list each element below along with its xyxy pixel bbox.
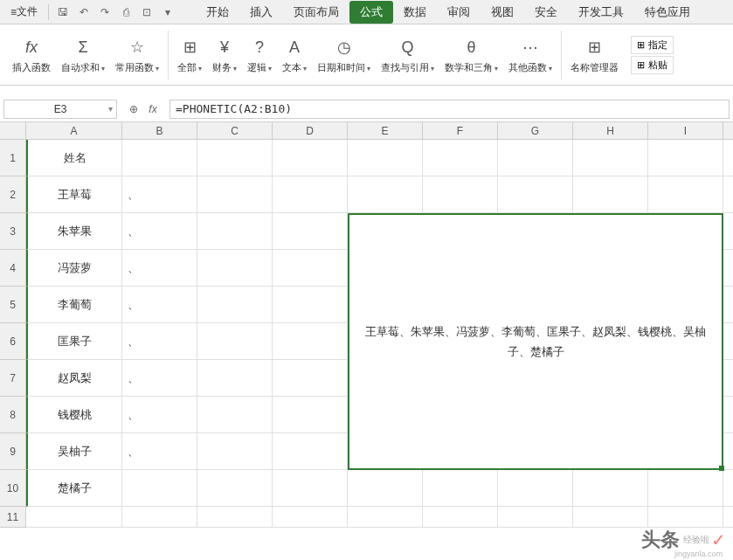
more-icon[interactable]: ▾ bbox=[159, 3, 176, 21]
cell-J9[interactable] bbox=[723, 433, 733, 470]
tab-view[interactable]: 视图 bbox=[481, 1, 524, 24]
cell-J8[interactable] bbox=[723, 397, 733, 433]
row-header-4[interactable]: 4 bbox=[0, 250, 26, 287]
datetime-button[interactable]: ◷ 日期和时间▾ bbox=[312, 33, 376, 76]
cell-D1[interactable] bbox=[273, 140, 348, 176]
cell-D8[interactable] bbox=[273, 397, 348, 433]
row-header-7[interactable]: 7 bbox=[0, 360, 26, 397]
cell-C4[interactable] bbox=[197, 250, 273, 287]
tab-security[interactable]: 安全 bbox=[524, 1, 568, 24]
col-header-D[interactable]: D bbox=[273, 122, 348, 140]
row-header-9[interactable]: 9 bbox=[0, 433, 26, 470]
autosum-button[interactable]: Σ 自动求和▾ bbox=[56, 33, 110, 76]
cell-E11[interactable] bbox=[348, 507, 423, 528]
cell-A1[interactable]: 姓名 bbox=[26, 140, 122, 176]
col-header-I[interactable]: I bbox=[648, 122, 723, 140]
cell-B1[interactable] bbox=[122, 140, 197, 176]
tab-review[interactable]: 审阅 bbox=[437, 1, 481, 24]
cell-reference-box[interactable]: E3 ▾ bbox=[3, 100, 117, 119]
paste-button[interactable]: ⊞ 粘贴 bbox=[631, 56, 674, 74]
cell-C2[interactable] bbox=[197, 176, 273, 213]
cell-E10[interactable] bbox=[348, 470, 423, 507]
tab-data[interactable]: 数据 bbox=[393, 1, 437, 24]
cell-C6[interactable] bbox=[197, 323, 273, 360]
cell-F10[interactable] bbox=[423, 470, 498, 507]
cell-B9[interactable]: 、 bbox=[122, 433, 197, 470]
name-manager-button[interactable]: ⊞ 名称管理器 bbox=[565, 33, 624, 76]
col-header-A[interactable]: A bbox=[26, 122, 122, 140]
cell-B10[interactable] bbox=[122, 470, 197, 507]
cell-H11[interactable] bbox=[573, 507, 648, 528]
redo-icon[interactable]: ↷ bbox=[96, 3, 114, 21]
cell-G11[interactable] bbox=[498, 507, 573, 528]
cell-I1[interactable] bbox=[648, 140, 723, 176]
cell-D10[interactable] bbox=[273, 470, 348, 507]
row-header-10[interactable]: 10 bbox=[0, 470, 26, 507]
row-header-6[interactable]: 6 bbox=[0, 323, 26, 360]
tab-start[interactable]: 开始 bbox=[196, 1, 239, 24]
cell-B6[interactable]: 、 bbox=[122, 323, 197, 360]
print-icon[interactable]: ⎙ bbox=[117, 3, 135, 21]
row-header-8[interactable]: 8 bbox=[0, 397, 26, 433]
insert-function-button[interactable]: fx 插入函数 bbox=[7, 33, 56, 76]
cell-J1[interactable] bbox=[723, 140, 733, 176]
row-header-3[interactable]: 3 bbox=[0, 213, 26, 250]
col-header-C[interactable]: C bbox=[197, 122, 273, 140]
row-header-2[interactable]: 2 bbox=[0, 176, 26, 213]
cell-B7[interactable]: 、 bbox=[122, 360, 197, 397]
cell-D11[interactable] bbox=[273, 507, 348, 528]
cell-J6[interactable] bbox=[723, 323, 733, 360]
cell-F1[interactable] bbox=[423, 140, 498, 176]
cell-J7[interactable] bbox=[723, 360, 733, 397]
cell-D7[interactable] bbox=[273, 360, 348, 397]
col-header-J[interactable]: J bbox=[723, 122, 733, 140]
cell-G2[interactable] bbox=[498, 176, 573, 213]
cell-I2[interactable] bbox=[648, 176, 723, 213]
preview-icon[interactable]: ⊡ bbox=[138, 3, 156, 21]
tab-formula[interactable]: 公式 bbox=[349, 1, 393, 24]
cell-F11[interactable] bbox=[423, 507, 498, 528]
financial-button[interactable]: ¥ 财务▾ bbox=[207, 33, 242, 76]
select-all-corner[interactable] bbox=[0, 122, 26, 140]
cells-area[interactable]: 姓名 王草莓 、 朱苹果 、 bbox=[26, 140, 733, 528]
all-functions-button[interactable]: ⊞ 全部▾ bbox=[172, 33, 207, 76]
cell-A10[interactable]: 楚橘子 bbox=[26, 470, 122, 507]
cell-C11[interactable] bbox=[197, 507, 273, 528]
cell-J3[interactable] bbox=[723, 213, 733, 250]
cell-A6[interactable]: 匡果子 bbox=[26, 323, 122, 360]
merged-result-cell[interactable]: 王草莓、朱苹果、冯菠萝、李葡萄、匡果子、赵凤梨、钱樱桃、吴柚子、楚橘子 bbox=[348, 213, 723, 470]
cell-C8[interactable] bbox=[197, 397, 273, 433]
cell-D5[interactable] bbox=[273, 287, 348, 323]
cell-J10[interactable] bbox=[723, 470, 733, 507]
cell-J5[interactable] bbox=[723, 287, 733, 323]
cell-C1[interactable] bbox=[197, 140, 273, 176]
cell-H10[interactable] bbox=[573, 470, 648, 507]
undo-icon[interactable]: ↶ bbox=[75, 3, 93, 21]
row-header-11[interactable]: 11 bbox=[0, 507, 26, 528]
cell-A2[interactable]: 王草莓 bbox=[26, 176, 122, 213]
cell-B5[interactable]: 、 bbox=[122, 287, 197, 323]
cell-F2[interactable] bbox=[423, 176, 498, 213]
common-functions-button[interactable]: ☆ 常用函数▾ bbox=[110, 33, 164, 76]
cell-J2[interactable] bbox=[723, 176, 733, 213]
cell-E1[interactable] bbox=[348, 140, 423, 176]
cell-E2[interactable] bbox=[348, 176, 423, 213]
lookup-button[interactable]: Q 查找与引用▾ bbox=[376, 33, 439, 76]
cell-A7[interactable]: 赵凤梨 bbox=[26, 360, 122, 397]
cell-C10[interactable] bbox=[197, 470, 273, 507]
cell-A8[interactable]: 钱樱桃 bbox=[26, 397, 122, 433]
cell-B11[interactable] bbox=[122, 507, 197, 528]
tab-special[interactable]: 特色应用 bbox=[634, 1, 701, 24]
cell-D4[interactable] bbox=[273, 250, 348, 287]
cell-B3[interactable]: 、 bbox=[122, 213, 197, 250]
cell-D2[interactable] bbox=[273, 176, 348, 213]
cell-H2[interactable] bbox=[573, 176, 648, 213]
col-header-H[interactable]: H bbox=[573, 122, 648, 140]
col-header-F[interactable]: F bbox=[423, 122, 498, 140]
cell-J4[interactable] bbox=[723, 250, 733, 287]
cell-B4[interactable]: 、 bbox=[122, 250, 197, 287]
cell-A5[interactable]: 李葡萄 bbox=[26, 287, 122, 323]
cell-C3[interactable] bbox=[197, 213, 273, 250]
formula-input[interactable] bbox=[169, 100, 730, 119]
cell-C7[interactable] bbox=[197, 360, 273, 397]
